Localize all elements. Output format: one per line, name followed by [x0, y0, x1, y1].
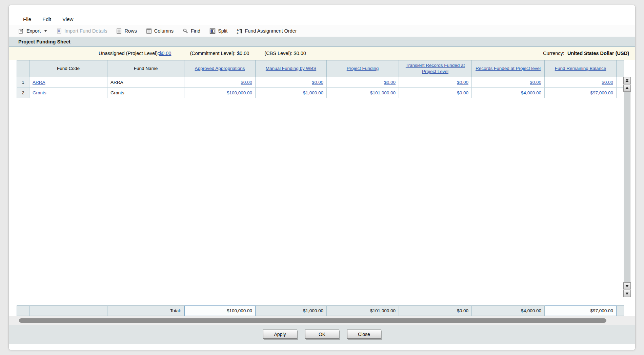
unassigned-project-level-value-link[interactable]: $0.00 — [159, 51, 171, 56]
approved-appropriations-cell: $0.00 — [184, 77, 256, 88]
sort-az-icon: A Z — [237, 28, 242, 34]
title-bar: Project Funding Sheet — [9, 37, 635, 47]
amount-link[interactable]: $0.00 — [457, 90, 468, 95]
fund-assignment-order-button[interactable]: A Z Fund Assignment Order — [237, 28, 297, 34]
vertical-scrollbar-track[interactable] — [624, 92, 630, 282]
total-records-funded: $4,000.00 — [472, 305, 545, 316]
amount-link[interactable]: $0.00 — [241, 80, 252, 85]
fund-remaining-cell: $97,000.00 — [545, 88, 617, 98]
horizontal-scrollbar[interactable] — [9, 316, 635, 325]
info-bar: Unassigned (Project Level):$0.00 (Commit… — [9, 47, 635, 60]
transient-records-cell: $0.00 — [399, 88, 472, 98]
table-row: 2 Grants Grants $100,000.00 $1,000.00 $1… — [17, 88, 624, 98]
rows-label: Rows — [124, 28, 137, 34]
header-fund-code: Fund Code — [29, 60, 107, 77]
footer-button-bar: Apply OK Close — [9, 325, 635, 344]
rows-icon — [116, 28, 122, 34]
amount-link[interactable]: $0.00 — [457, 80, 468, 85]
menu-view[interactable]: View — [62, 16, 73, 22]
total-project-funding: $101,000.00 — [327, 305, 399, 316]
fund-assignment-order-label: Fund Assignment Order — [245, 28, 297, 34]
row-number: 1 — [17, 77, 29, 88]
amount-link[interactable]: $0.00 — [312, 80, 323, 85]
records-funded-cell: $0.00 — [472, 77, 545, 88]
transient-records-cell: $0.00 — [399, 77, 472, 88]
import-icon — [56, 28, 62, 34]
export-icon — [18, 28, 24, 34]
amount-link[interactable]: $100,000.00 — [227, 90, 252, 95]
total-fund-remaining: $97,000.00 — [545, 305, 617, 316]
fund-name-cell: Grants — [107, 88, 184, 98]
fund-code-cell: Grants — [29, 88, 107, 98]
totals-grid: Total: $100,000.00 $1,000.00 $101,000.00… — [17, 305, 624, 316]
approved-appropriations-cell: $100,000.00 — [184, 88, 256, 98]
export-button[interactable]: Export — [18, 28, 47, 34]
header-rownum — [17, 60, 29, 77]
columns-button[interactable]: Columns — [146, 28, 174, 34]
scroll-up-button[interactable] — [623, 85, 631, 92]
project-funding-cell: $101,000.00 — [327, 88, 399, 98]
scroll-down-button[interactable] — [623, 282, 631, 289]
funding-table: Fund Code Fund Name Approved Appropriati… — [17, 60, 624, 98]
fund-code-cell: ARRA — [29, 77, 107, 88]
amount-link[interactable]: $0.00 — [384, 80, 396, 85]
menu-edit[interactable]: Edit — [42, 16, 51, 22]
total-approved-appropriations: $100,000.00 — [184, 305, 256, 316]
export-label: Export — [26, 28, 41, 34]
menu-file[interactable]: File — [23, 16, 31, 22]
find-label: Find — [191, 28, 200, 34]
header-transient-records[interactable]: Transient Records Funded at Project Leve… — [399, 60, 472, 77]
rows-button[interactable]: Rows — [116, 28, 137, 34]
manual-funding-cell: $0.00 — [256, 77, 327, 88]
import-fund-details-button[interactable]: Import Fund Details — [56, 28, 107, 34]
amount-link[interactable]: $101,000.00 — [370, 90, 396, 95]
svg-text:Z: Z — [237, 31, 239, 34]
columns-icon — [146, 28, 152, 34]
header-manual-funding-by-wbs[interactable]: Manual Funding by WBS — [256, 60, 327, 77]
totals-filler-cell — [617, 305, 624, 316]
filler-cell — [617, 88, 624, 98]
find-icon — [183, 28, 188, 34]
records-funded-cell: $4,000.00 — [472, 88, 545, 98]
table-area: Fund Code Fund Name Approved Appropriati… — [9, 60, 635, 350]
totals-rownum-cell — [17, 305, 29, 316]
vertical-scrollbar[interactable] — [623, 77, 631, 297]
split-icon — [209, 28, 216, 34]
window-bottom-padding — [9, 344, 635, 350]
page-title: Project Funding Sheet — [18, 39, 71, 44]
unassigned-project-level-label: Unassigned (Project Level): — [99, 51, 159, 56]
amount-link[interactable]: $0.00 — [602, 80, 613, 85]
export-dropdown-icon[interactable] — [44, 30, 47, 32]
table-row: 1 ARRA ARRA $0.00 $0.00 $0.00 $0.00 $0.0… — [17, 77, 624, 88]
header-project-funding[interactable]: Project Funding — [327, 60, 399, 77]
totals-label: Total: — [107, 305, 184, 316]
totals-fund-code-cell — [29, 305, 107, 316]
header-filler — [617, 60, 624, 77]
currency-label: Currency: — [543, 51, 564, 56]
amount-link[interactable]: $4,000.00 — [521, 90, 541, 95]
horizontal-scrollbar-thumb[interactable] — [19, 318, 606, 323]
close-button[interactable]: Close — [347, 330, 381, 339]
header-approved-appropriations[interactable]: Approved Appropriations — [184, 60, 256, 77]
amount-link[interactable]: $97,000.00 — [590, 90, 613, 95]
amount-link[interactable]: $1,000.00 — [303, 90, 323, 95]
split-button[interactable]: Split — [209, 28, 227, 34]
fund-name-cell: ARRA — [107, 77, 184, 88]
fund-code-link[interactable]: Grants — [33, 90, 46, 95]
amount-link[interactable]: $0.00 — [530, 80, 541, 85]
header-fund-remaining-balance[interactable]: Fund Remaining Balance — [545, 60, 617, 77]
find-button[interactable]: Find — [183, 28, 200, 34]
scroll-to-top-button[interactable] — [623, 77, 631, 84]
scroll-to-bottom-button[interactable] — [623, 290, 631, 297]
ok-button[interactable]: OK — [305, 330, 339, 339]
import-fund-details-label: Import Fund Details — [64, 28, 107, 34]
total-manual-funding: $1,000.00 — [256, 305, 327, 316]
header-records-funded[interactable]: Records Funded at Project level — [472, 60, 545, 77]
totals-row: Total: $100,000.00 $1,000.00 $101,000.00… — [17, 305, 624, 316]
table-header-row: Fund Code Fund Name Approved Appropriati… — [17, 60, 624, 77]
columns-label: Columns — [154, 28, 174, 34]
apply-button[interactable]: Apply — [263, 330, 297, 339]
project-funding-sheet-window: File Edit View Export — [8, 5, 636, 350]
total-transient-records: $0.00 — [399, 305, 472, 316]
fund-code-link[interactable]: ARRA — [33, 80, 45, 85]
